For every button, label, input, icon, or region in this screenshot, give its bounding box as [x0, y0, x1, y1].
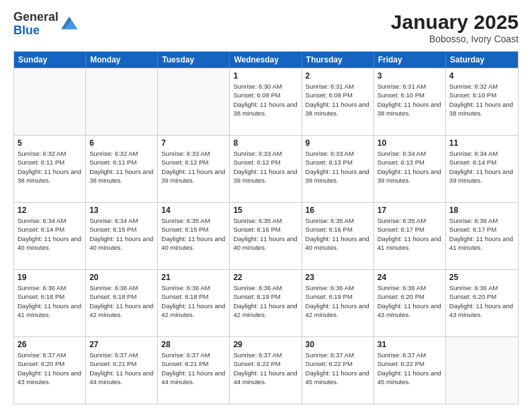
calendar-row: 26Sunrise: 6:37 AM Sunset: 6:20 PM Dayli… — [14, 336, 518, 404]
day-number: 15 — [233, 205, 298, 215]
day-number: 27 — [89, 340, 154, 349]
day-number: 30 — [306, 340, 370, 349]
weekday-header: Wednesday — [230, 52, 302, 68]
calendar-cell: 22Sunrise: 6:36 AM Sunset: 6:19 PM Dayli… — [230, 270, 302, 336]
day-number: 3 — [378, 71, 442, 81]
day-number: 5 — [17, 138, 82, 148]
day-info: Sunrise: 6:35 AM Sunset: 6:16 PM Dayligh… — [306, 216, 370, 252]
day-info: Sunrise: 6:37 AM Sunset: 6:22 PM Dayligh… — [378, 351, 442, 386]
calendar-row: 1Sunrise: 6:30 AM Sunset: 6:09 PM Daylig… — [14, 68, 518, 135]
day-info: Sunrise: 6:32 AM Sunset: 6:11 PM Dayligh… — [17, 149, 82, 185]
day-number: 26 — [17, 340, 82, 349]
title-block: January 2025 Bobosso, Ivory Coast — [391, 11, 519, 44]
calendar-cell: 7Sunrise: 6:33 AM Sunset: 6:12 PM Daylig… — [158, 136, 230, 202]
day-info: Sunrise: 6:34 AM Sunset: 6:13 PM Dayligh… — [378, 149, 442, 185]
day-number: 28 — [161, 340, 226, 349]
day-info: Sunrise: 6:36 AM Sunset: 6:19 PM Dayligh… — [233, 283, 298, 319]
calendar-cell: 9Sunrise: 6:33 AM Sunset: 6:13 PM Daylig… — [302, 136, 374, 202]
calendar-cell: 28Sunrise: 6:37 AM Sunset: 6:21 PM Dayli… — [158, 337, 230, 404]
day-number: 25 — [449, 273, 515, 282]
weekday-header: Sunday — [14, 52, 86, 68]
day-number: 8 — [233, 138, 298, 148]
calendar-cell — [86, 68, 158, 135]
calendar-cell — [446, 337, 518, 404]
day-number: 22 — [233, 273, 298, 282]
calendar-cell: 17Sunrise: 6:35 AM Sunset: 6:17 PM Dayli… — [374, 203, 446, 269]
day-info: Sunrise: 6:33 AM Sunset: 6:13 PM Dayligh… — [306, 149, 370, 185]
day-info: Sunrise: 6:37 AM Sunset: 6:20 PM Dayligh… — [17, 351, 82, 386]
day-number: 9 — [306, 138, 370, 148]
calendar-cell: 27Sunrise: 6:37 AM Sunset: 6:21 PM Dayli… — [86, 337, 158, 404]
calendar-cell: 3Sunrise: 6:31 AM Sunset: 6:10 PM Daylig… — [374, 68, 446, 135]
logo-icon — [61, 16, 77, 30]
day-number: 31 — [378, 340, 442, 349]
month-title: January 2025 — [391, 11, 519, 34]
day-number: 13 — [89, 205, 154, 215]
calendar-cell — [158, 68, 230, 135]
calendar-cell: 20Sunrise: 6:36 AM Sunset: 6:18 PM Dayli… — [86, 270, 158, 336]
calendar-cell: 23Sunrise: 6:36 AM Sunset: 6:19 PM Dayli… — [302, 270, 374, 336]
weekday-header: Tuesday — [158, 52, 230, 68]
day-info: Sunrise: 6:37 AM Sunset: 6:21 PM Dayligh… — [161, 351, 226, 386]
day-number: 17 — [378, 205, 442, 215]
day-number: 10 — [378, 138, 442, 148]
day-number: 24 — [378, 273, 442, 282]
calendar-cell: 11Sunrise: 6:34 AM Sunset: 6:14 PM Dayli… — [446, 136, 518, 202]
calendar-cell: 8Sunrise: 6:33 AM Sunset: 6:12 PM Daylig… — [230, 136, 302, 202]
day-info: Sunrise: 6:35 AM Sunset: 6:15 PM Dayligh… — [161, 216, 226, 252]
day-number: 7 — [161, 138, 226, 148]
day-info: Sunrise: 6:37 AM Sunset: 6:21 PM Dayligh… — [89, 351, 154, 386]
location: Bobosso, Ivory Coast — [391, 34, 519, 44]
day-info: Sunrise: 6:34 AM Sunset: 6:14 PM Dayligh… — [17, 216, 82, 252]
calendar-cell: 21Sunrise: 6:36 AM Sunset: 6:18 PM Dayli… — [158, 270, 230, 336]
day-info: Sunrise: 6:30 AM Sunset: 6:09 PM Dayligh… — [233, 82, 298, 118]
calendar-cell: 30Sunrise: 6:37 AM Sunset: 6:22 PM Dayli… — [302, 337, 374, 404]
day-number: 11 — [449, 138, 515, 148]
weekday-header: Monday — [86, 52, 158, 68]
page: General Blue January 2025 Bobosso, Ivory… — [0, 0, 532, 411]
calendar-cell: 25Sunrise: 6:36 AM Sunset: 6:20 PM Dayli… — [446, 270, 518, 336]
calendar-cell: 29Sunrise: 6:37 AM Sunset: 6:22 PM Dayli… — [230, 337, 302, 404]
day-number: 29 — [233, 340, 298, 349]
day-info: Sunrise: 6:33 AM Sunset: 6:12 PM Dayligh… — [161, 149, 226, 185]
day-info: Sunrise: 6:35 AM Sunset: 6:16 PM Dayligh… — [233, 216, 298, 252]
calendar-row: 19Sunrise: 6:36 AM Sunset: 6:18 PM Dayli… — [14, 269, 518, 336]
calendar-cell: 14Sunrise: 6:35 AM Sunset: 6:15 PM Dayli… — [158, 203, 230, 269]
logo-text: General Blue — [13, 11, 58, 38]
calendar-cell — [14, 68, 86, 135]
calendar-row: 12Sunrise: 6:34 AM Sunset: 6:14 PM Dayli… — [14, 202, 518, 269]
day-info: Sunrise: 6:36 AM Sunset: 6:19 PM Dayligh… — [306, 283, 370, 319]
weekday-header: Thursday — [302, 52, 374, 68]
day-info: Sunrise: 6:36 AM Sunset: 6:20 PM Dayligh… — [449, 283, 515, 319]
day-info: Sunrise: 6:36 AM Sunset: 6:20 PM Dayligh… — [378, 283, 442, 319]
day-info: Sunrise: 6:32 AM Sunset: 6:11 PM Dayligh… — [89, 149, 154, 185]
day-number: 12 — [17, 205, 82, 215]
day-number: 20 — [89, 273, 154, 282]
calendar-cell: 16Sunrise: 6:35 AM Sunset: 6:16 PM Dayli… — [302, 203, 374, 269]
logo-general: General — [13, 11, 58, 24]
day-number: 16 — [306, 205, 370, 215]
calendar-cell: 24Sunrise: 6:36 AM Sunset: 6:20 PM Dayli… — [374, 270, 446, 336]
day-info: Sunrise: 6:33 AM Sunset: 6:12 PM Dayligh… — [233, 149, 298, 185]
calendar-cell: 12Sunrise: 6:34 AM Sunset: 6:14 PM Dayli… — [14, 203, 86, 269]
day-info: Sunrise: 6:31 AM Sunset: 6:09 PM Dayligh… — [306, 82, 370, 118]
day-number: 4 — [449, 71, 515, 81]
day-info: Sunrise: 6:36 AM Sunset: 6:18 PM Dayligh… — [17, 283, 82, 319]
day-number: 1 — [233, 71, 298, 81]
day-info: Sunrise: 6:36 AM Sunset: 6:18 PM Dayligh… — [161, 283, 226, 319]
calendar-cell: 26Sunrise: 6:37 AM Sunset: 6:20 PM Dayli… — [14, 337, 86, 404]
day-number: 23 — [306, 273, 370, 282]
calendar-cell: 4Sunrise: 6:32 AM Sunset: 6:10 PM Daylig… — [446, 68, 518, 135]
calendar-cell: 19Sunrise: 6:36 AM Sunset: 6:18 PM Dayli… — [14, 270, 86, 336]
calendar-header: SundayMondayTuesdayWednesdayThursdayFrid… — [14, 52, 518, 68]
calendar-body: 1Sunrise: 6:30 AM Sunset: 6:09 PM Daylig… — [14, 68, 518, 404]
calendar-cell: 10Sunrise: 6:34 AM Sunset: 6:13 PM Dayli… — [374, 136, 446, 202]
day-info: Sunrise: 6:35 AM Sunset: 6:17 PM Dayligh… — [378, 216, 442, 252]
calendar-cell: 2Sunrise: 6:31 AM Sunset: 6:09 PM Daylig… — [302, 68, 374, 135]
calendar-cell: 18Sunrise: 6:36 AM Sunset: 6:17 PM Dayli… — [446, 203, 518, 269]
day-info: Sunrise: 6:37 AM Sunset: 6:22 PM Dayligh… — [233, 351, 298, 386]
day-info: Sunrise: 6:31 AM Sunset: 6:10 PM Dayligh… — [378, 82, 442, 118]
calendar-cell: 13Sunrise: 6:34 AM Sunset: 6:15 PM Dayli… — [86, 203, 158, 269]
header: General Blue January 2025 Bobosso, Ivory… — [13, 11, 519, 44]
day-number: 18 — [449, 205, 515, 215]
